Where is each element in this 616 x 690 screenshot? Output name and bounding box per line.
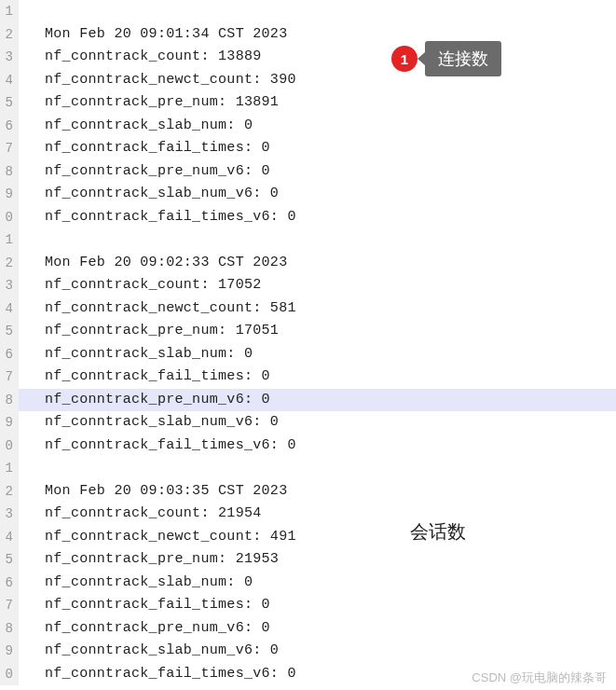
code-line[interactable]: Mon Feb 20 09:02:33 CST 2023 xyxy=(45,252,616,275)
code-line[interactable]: nf_conntrack_newct_count: 390 xyxy=(45,69,616,92)
line-number: 2 xyxy=(0,23,13,47)
line-number: 3 xyxy=(0,503,13,526)
code-line[interactable]: nf_conntrack_pre_num: 21953 xyxy=(45,548,616,572)
code-line[interactable] xyxy=(45,0,616,23)
code-line[interactable] xyxy=(45,457,616,480)
code-line[interactable]: nf_conntrack_slab_num: 0 xyxy=(45,343,616,366)
code-line-highlighted[interactable]: nf_conntrack_pre_num_v6: 0 xyxy=(19,389,616,412)
code-line[interactable]: nf_conntrack_count: 21954 xyxy=(45,503,616,526)
watermark: CSDN @玩电脑的辣条哥 xyxy=(472,669,607,686)
code-line[interactable]: nf_conntrack_newct_count: 581 xyxy=(45,297,616,321)
line-number: 2 xyxy=(0,252,13,275)
line-number: 8 xyxy=(0,389,13,412)
line-number: 3 xyxy=(0,46,13,69)
code-line[interactable]: nf_conntrack_newct_count: 491 xyxy=(45,526,616,549)
code-line[interactable]: nf_conntrack_pre_num: 13891 xyxy=(45,91,616,115)
line-number: 1 xyxy=(0,228,13,252)
code-line[interactable]: nf_conntrack_count: 13889 xyxy=(45,46,616,69)
code-line[interactable]: nf_conntrack_slab_num: 0 xyxy=(45,572,616,595)
line-number: 5 xyxy=(0,320,13,343)
line-number: 0 xyxy=(0,663,13,686)
line-number: 4 xyxy=(0,297,13,321)
line-number: 3 xyxy=(0,274,13,297)
callout-label: 连接数 xyxy=(425,41,501,76)
code-line[interactable]: nf_conntrack_slab_num_v6: 0 xyxy=(45,640,616,663)
line-number: 8 xyxy=(0,160,13,184)
line-number: 1 xyxy=(0,457,13,480)
code-line[interactable]: nf_conntrack_pre_num_v6: 0 xyxy=(45,617,616,641)
code-line[interactable]: nf_conntrack_fail_times_v6: 0 xyxy=(45,206,616,229)
code-editor: 1 2 3 4 5 6 7 8 9 0 1 2 3 4 5 6 7 8 9 0 … xyxy=(0,0,616,685)
code-line[interactable]: nf_conntrack_pre_num: 17051 xyxy=(45,320,616,343)
line-number-gutter: 1 2 3 4 5 6 7 8 9 0 1 2 3 4 5 6 7 8 9 0 … xyxy=(0,0,19,685)
line-number: 1 xyxy=(0,0,13,23)
line-number: 7 xyxy=(0,366,13,389)
line-number: 5 xyxy=(0,91,13,115)
code-line[interactable]: nf_conntrack_fail_times: 0 xyxy=(45,366,616,389)
annotation-sessions: 会话数 xyxy=(410,519,466,545)
line-number: 7 xyxy=(0,137,13,160)
code-line[interactable]: nf_conntrack_slab_num_v6: 0 xyxy=(45,183,616,206)
code-line[interactable]: nf_conntrack_fail_times: 0 xyxy=(45,594,616,617)
line-number: 9 xyxy=(0,183,13,206)
line-number: 6 xyxy=(0,115,13,138)
line-number: 9 xyxy=(0,640,13,663)
line-number: 5 xyxy=(0,548,13,572)
code-content[interactable]: Mon Feb 20 09:01:34 CST 2023 nf_conntrac… xyxy=(19,0,616,685)
code-line[interactable]: nf_conntrack_count: 17052 xyxy=(45,274,616,297)
line-number: 4 xyxy=(0,526,13,549)
line-number: 0 xyxy=(0,206,13,229)
line-number: 8 xyxy=(0,617,13,641)
line-number: 4 xyxy=(0,69,13,92)
callout-badge: 1 xyxy=(391,46,418,72)
code-line[interactable]: Mon Feb 20 09:03:35 CST 2023 xyxy=(45,480,616,504)
code-line[interactable]: nf_conntrack_pre_num_v6: 0 xyxy=(45,160,616,184)
line-number: 6 xyxy=(0,572,13,595)
line-number: 9 xyxy=(0,411,13,435)
code-line[interactable]: Mon Feb 20 09:01:34 CST 2023 xyxy=(45,23,616,47)
code-line[interactable]: nf_conntrack_fail_times_v6: 0 xyxy=(45,435,616,458)
code-line[interactable]: nf_conntrack_slab_num: 0 xyxy=(45,115,616,138)
callout-connections: 1 连接数 xyxy=(391,41,501,76)
code-line[interactable] xyxy=(45,228,616,252)
line-number: 2 xyxy=(0,480,13,504)
code-line[interactable]: nf_conntrack_slab_num_v6: 0 xyxy=(45,411,616,435)
line-number: 6 xyxy=(0,343,13,366)
code-line[interactable]: nf_conntrack_fail_times: 0 xyxy=(45,137,616,160)
line-number: 0 xyxy=(0,435,13,458)
line-number: 7 xyxy=(0,594,13,617)
